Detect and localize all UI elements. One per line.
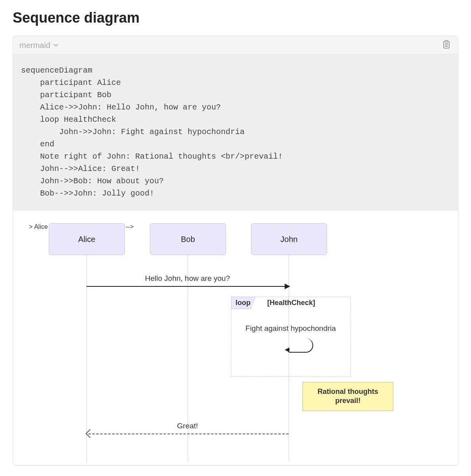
message-great-label: Great!: [86, 422, 289, 430]
code-block: sequenceDiagram participant Alice partic…: [13, 55, 458, 211]
loop-frame: loop [HealthCheck]: [231, 297, 351, 377]
self-loop-arrow: [289, 338, 313, 353]
page-title: Sequence diagram: [13, 10, 458, 26]
language-label: mermaid: [19, 41, 50, 50]
svg-rect-1: [445, 40, 448, 42]
message-hello-label: Hello John, how are you?: [86, 274, 289, 283]
participant-box-bob: Bob: [150, 223, 226, 255]
copy-button[interactable]: [441, 40, 452, 50]
chevron-down-icon: [53, 42, 59, 48]
participant-box-alice: Alice: [49, 223, 125, 255]
note-line1: Rational thoughts: [318, 388, 378, 395]
loop-tag: loop: [231, 297, 256, 309]
participant-box-john: John: [251, 223, 327, 255]
code-content[interactable]: sequenceDiagram participant Alice partic…: [21, 64, 450, 200]
sequence-diagram: Alice Bob John Hello John, how are you? …: [29, 223, 425, 461]
diagram-output: Alice Bob John Hello John, how are you? …: [13, 211, 458, 465]
note-line2: prevail!: [335, 397, 360, 405]
diagram-note: Rational thoughts prevail!: [303, 382, 393, 411]
message-fight-label: Fight against hypochondria: [235, 324, 346, 333]
code-card-header: mermaid: [13, 36, 458, 55]
clipboard-icon: [442, 40, 450, 50]
loop-title: [HealthCheck]: [267, 299, 315, 307]
code-card: mermaid: [13, 36, 458, 466]
language-selector[interactable]: mermaid: [19, 41, 59, 50]
